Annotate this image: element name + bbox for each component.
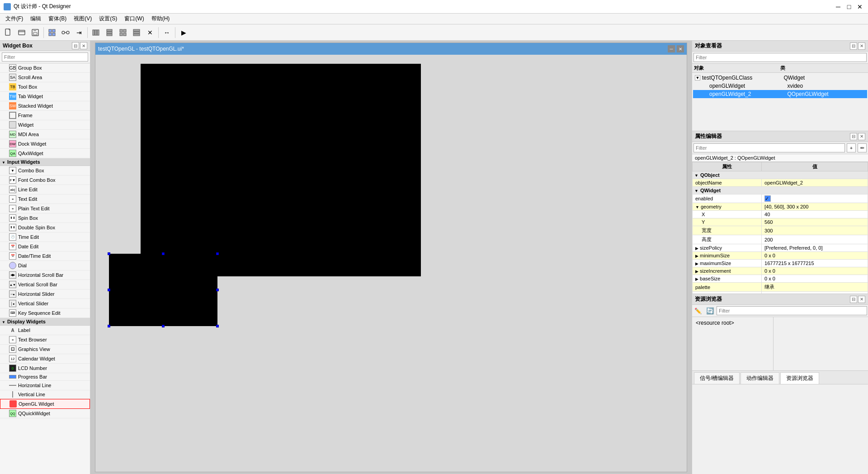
widget-box-filter-input[interactable] [2, 52, 88, 62]
menu-form[interactable]: 窗体(B) [45, 14, 70, 24]
prop-row-height[interactable]: 高度 200 [693, 235, 868, 244]
maximize-button[interactable]: □ [844, 2, 854, 11]
selection-handle-bl[interactable] [108, 325, 110, 327]
layout-form-button[interactable] [130, 26, 143, 39]
selection-handle-bm[interactable] [162, 325, 165, 327]
widget-item-line-edit[interactable]: ab| Line Edit [0, 185, 90, 194]
selection-handle-tr[interactable] [216, 252, 219, 255]
inner-window-minimize[interactable]: ─ [668, 45, 675, 52]
prop-row-enabled[interactable]: enabled ✓ [693, 194, 868, 203]
object-inspector-filter-input[interactable] [693, 53, 867, 62]
edit-tab-button[interactable]: ⇥ [73, 26, 85, 39]
adjust-size-button[interactable]: ↔ [160, 26, 173, 39]
widget-item-qquick-widget[interactable]: QQ QQuickWidget [0, 409, 90, 418]
layout-h-button[interactable] [90, 26, 102, 39]
widget-item-combo-box[interactable]: ▼ Combo Box [0, 166, 90, 175]
widget-item-frame[interactable]: Frame [0, 111, 90, 120]
widget-box-float-button[interactable]: ⊟ [72, 42, 79, 49]
resource-browser-close-button[interactable]: ✕ [858, 296, 865, 303]
edit-connections-button[interactable] [59, 26, 72, 39]
property-filter-input[interactable] [693, 143, 845, 152]
tab-signal-slot[interactable]: 信号/槽编辑器 [694, 372, 740, 384]
maximumsize-expand-icon[interactable] [695, 261, 698, 266]
prop-row-x[interactable]: X 40 [693, 211, 868, 218]
close-button[interactable]: ✕ [855, 2, 864, 11]
prop-value-height[interactable]: 200 [762, 235, 868, 244]
property-editor-close-button[interactable]: ✕ [858, 133, 865, 140]
save-button[interactable] [29, 26, 42, 39]
widget-item-double-spin-box[interactable]: ⬆⬇ Double Spin Box [0, 223, 90, 232]
opengl-widget-top[interactable] [141, 64, 421, 276]
widget-item-opengl-widget[interactable]: OpenGL Widget [0, 399, 90, 409]
prop-value-objectname[interactable]: openGLWidget_2 [762, 179, 868, 187]
widget-item-graphics-view[interactable]: 🔲 Graphics View [0, 345, 90, 354]
edit-widgets-button[interactable] [46, 26, 58, 39]
layout-v-button[interactable] [103, 26, 116, 39]
new-button[interactable] [2, 26, 14, 39]
widget-item-scroll-area[interactable]: SA Scroll Area [0, 73, 90, 82]
opengl-widget-bottom[interactable] [109, 254, 217, 326]
category-input-widgets[interactable]: Input Widgets [0, 158, 90, 166]
property-edit-button[interactable]: ✏ [858, 143, 867, 152]
widget-item-plain-text-edit[interactable]: ≡ Plain Text Edit [0, 204, 90, 213]
tab-resource-browser[interactable]: 资源浏览器 [780, 372, 819, 384]
sizeincrement-expand-icon[interactable] [695, 268, 698, 274]
prop-row-maximumsize[interactable]: maximumSize 16777215 x 16777215 [693, 260, 868, 267]
selection-handle-ml[interactable] [108, 289, 110, 291]
widget-item-widget[interactable]: Widget [0, 120, 90, 130]
prop-row-geometry[interactable]: geometry [40, 560], 300 x 200 [693, 203, 868, 211]
inner-window-close[interactable]: ✕ [677, 45, 684, 52]
resource-browser-float-button[interactable]: ⊟ [850, 296, 857, 303]
minimumsize-expand-icon[interactable] [695, 253, 698, 258]
widget-item-datetime-edit[interactable]: 📅 Date/Time Edit [0, 251, 90, 261]
prop-row-palette[interactable]: palette 继承 [693, 283, 868, 292]
widget-item-vertical-slider[interactable]: │● Vertical Slider [0, 299, 90, 308]
prop-row-objectname[interactable]: objectName openGLWidget_2 [693, 179, 868, 187]
prop-row-font[interactable]: font A [SimSun, 9] [693, 292, 868, 294]
tree-row-opengl1[interactable]: ▶ openGLWidget xvideo [693, 82, 867, 90]
tree-row-opengl2[interactable]: ▶ openGLWidget_2 QOpenGLWidget [693, 90, 867, 98]
widget-item-font-combo-box[interactable]: F▼ Font Combo Box [0, 175, 90, 185]
object-inspector-float-button[interactable]: ⊟ [850, 43, 857, 50]
widget-item-date-edit[interactable]: 📅 Date Edit [0, 242, 90, 251]
prop-group-qwidget[interactable]: QWidget [693, 187, 868, 194]
preview-button[interactable]: ▶ [177, 26, 190, 39]
widget-item-tab-widget[interactable]: TW Tab Widget [0, 92, 90, 101]
layout-break-button[interactable]: ✕ [144, 26, 156, 39]
widget-item-horizontal-scroll-bar[interactable]: ◀▶ Horizontal Scroll Bar [0, 270, 90, 280]
menu-settings[interactable]: 设置(S) [95, 14, 121, 24]
widget-item-spin-box[interactable]: ⬆⬇ Spin Box [0, 213, 90, 223]
resource-edit-button[interactable]: ✏️ [693, 306, 703, 316]
property-editor-float-button[interactable]: ⊟ [850, 133, 857, 140]
selection-handle-br[interactable] [216, 325, 219, 327]
widget-item-label[interactable]: A Label [0, 326, 90, 335]
widget-box-close-button[interactable]: ✕ [80, 42, 87, 49]
widget-item-horizontal-slider[interactable]: ─● Horizontal Slider [0, 289, 90, 299]
prop-row-y[interactable]: Y 560 [693, 218, 868, 226]
prop-row-basesize[interactable]: baseSize 0 x 0 [693, 275, 868, 283]
widget-item-lcd-number[interactable]: 0 LCD Number [0, 364, 90, 373]
prop-row-width[interactable]: 宽度 300 [693, 226, 868, 235]
property-add-button[interactable]: + [847, 143, 856, 152]
minimize-button[interactable]: ─ [834, 2, 843, 11]
menu-view[interactable]: 视图(V) [70, 14, 95, 24]
tab-action-editor[interactable]: 动作编辑器 [741, 372, 779, 384]
selection-handle-tl[interactable] [108, 252, 110, 255]
tree-row-root[interactable]: ▼ testQTOpenGLClass QWidget [693, 74, 867, 82]
widget-item-text-edit[interactable]: ≡ Text Edit [0, 194, 90, 204]
open-button[interactable] [15, 26, 28, 39]
tree-expand-root[interactable]: ▼ [695, 75, 700, 81]
resource-root-item[interactable]: <resource root> [694, 319, 771, 327]
widget-item-vertical-line[interactable]: Vertical Line [0, 390, 90, 399]
widget-item-dock-widget[interactable]: DW Dock Widget [0, 139, 90, 149]
resource-refresh-button[interactable]: 🔄 [705, 306, 715, 316]
widget-item-vertical-scroll-bar[interactable]: ▲▼ Vertical Scroll Bar [0, 280, 90, 289]
geometry-expand-icon[interactable] [695, 204, 699, 209]
menu-help[interactable]: 帮助(H) [148, 14, 174, 24]
sizepolicy-expand-icon[interactable] [695, 245, 698, 251]
menu-edit[interactable]: 编辑 [27, 14, 45, 24]
layout-grid-button[interactable] [117, 26, 129, 39]
enabled-checkbox[interactable]: ✓ [764, 195, 771, 202]
widget-item-dial[interactable]: Dial [0, 261, 90, 270]
widget-item-mdi-area[interactable]: MD MDI Area [0, 130, 90, 139]
